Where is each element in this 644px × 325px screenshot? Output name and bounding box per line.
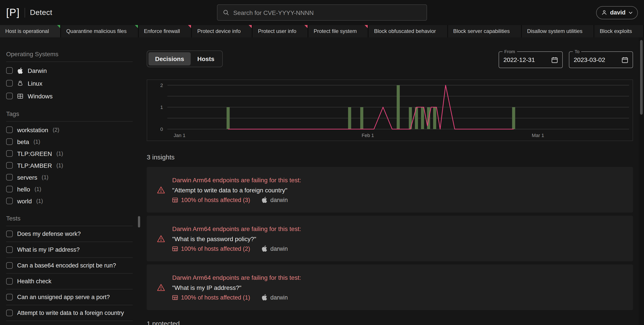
controls-row: Decisions Hosts From 2022-12-31 To 2023-… [147,50,633,68]
checkbox[interactable] [6,162,13,169]
test-item-what-is-my-ip-address[interactable]: What is my IP address? [6,242,133,258]
tab-disallow-system-utilities[interactable]: Disallow system utilities [522,25,594,37]
hosts-affected: 100% of hosts affected (2) [172,245,250,252]
tab-status-corner-red [249,25,252,28]
test-item-can-a-base64-encoded-script-be-run[interactable]: Can a base64 encoded script be run? [6,258,133,274]
insight-card[interactable]: Darwin Arm64 endpoints are failing for t… [147,264,633,310]
test-label: What is my IP address? [17,246,80,253]
tag-label: TLP:GREEN [17,150,52,157]
tab-label: Enforce firewall [144,28,180,34]
checkbox[interactable] [6,93,13,99]
checkbox[interactable] [6,294,13,300]
os-list: DarwinLinuxWindows [6,64,133,102]
svg-text:Jan 1: Jan 1 [174,133,186,138]
test-item-can-an-unsigned-app-serve-a-port[interactable]: Can an unsigned app serve a port? [6,290,133,305]
hosts-affected: 100% of hosts affected (1) [172,294,250,300]
tab-block-exploits[interactable]: Block exploits [594,25,644,37]
tag-item-hello[interactable]: hello(1) [6,183,133,195]
os-item-darwin[interactable]: Darwin [6,64,133,77]
svg-text:0: 0 [160,126,163,132]
tab-label: Block server capabilities [453,28,510,34]
tab-protect-file-system[interactable]: Protect file system [308,25,369,37]
brand-divider [24,8,25,17]
os-label: Darwin [28,67,47,74]
checkbox[interactable] [6,246,13,253]
tab-block-server-capabilities[interactable]: Block server capabilities [448,25,522,37]
tab-hosts[interactable]: Hosts [191,52,221,66]
tab-enforce-firewall[interactable]: Enforce firewall [138,25,192,37]
test-item-health-check[interactable]: Health check [6,274,133,290]
test-item-does-my-defense-work[interactable]: Does my defense work? [6,226,133,242]
search-input[interactable] [233,9,421,16]
tag-count: (1) [42,174,48,180]
checkbox[interactable] [6,310,13,316]
checkbox[interactable] [6,278,13,284]
tab-status-corner-green [57,25,60,28]
main-content: Decisions Hosts From 2022-12-31 To 2023-… [140,37,639,325]
hosts-grid-icon [172,246,178,252]
insight-card[interactable]: Darwin Arm64 endpoints are failing for t… [147,167,633,212]
os-item-linux[interactable]: Linux [6,77,133,90]
tab-decisions[interactable]: Decisions [148,52,191,66]
scrollbar-thumb[interactable] [640,40,643,115]
checkbox[interactable] [6,67,13,74]
tab-protect-device-info[interactable]: Protect device info [192,25,252,37]
tag-item-world[interactable]: world(1) [6,195,133,207]
tag-item-tlp-green[interactable]: TLP:GREEN(1) [6,148,133,160]
tag-count: (2) [53,127,60,133]
test-label: Attempt to write data to a foreign count… [17,310,124,316]
tab-host-is-operational[interactable]: Host is operational [0,25,61,37]
os-item-windows[interactable]: Windows [6,90,133,102]
apple-icon [262,246,268,252]
tab-protect-user-info[interactable]: Protect user info [252,25,308,37]
search-box[interactable] [217,4,427,21]
tab-label: Host is operational [5,28,49,34]
vertical-scrollbar[interactable] [639,37,644,325]
user-menu-button[interactable]: david [596,6,638,19]
os-label: Linux [28,80,42,87]
test-label: Does my defense work? [17,230,81,237]
insight-card[interactable]: Darwin Arm64 endpoints are failing for t… [147,216,633,261]
tests-section-title: Tests [6,215,133,222]
tag-item-workstation[interactable]: workstation(2) [6,124,133,136]
insight-meta: 100% of hosts affected (3)darwin [172,196,301,203]
test-item-attempt-to-write-data-to-a-foreign-country[interactable]: Attempt to write data to a foreign count… [6,305,133,321]
from-date-field[interactable]: From 2022-12-31 [498,52,563,68]
checkbox[interactable] [6,138,13,145]
from-label: From [502,49,517,54]
divider [6,121,133,122]
tab-block-obfuscated-behavior[interactable]: Block obfuscated behavior [369,25,448,37]
tag-item-tlp-amber[interactable]: TLP:AMBER(1) [6,160,133,171]
calendar-icon[interactable] [622,56,628,63]
insights-list: Darwin Arm64 endpoints are failing for t… [147,167,633,310]
calendar-icon[interactable] [551,56,558,63]
checkbox[interactable] [6,262,13,269]
tag-label: workstation [17,126,48,133]
insights-count: 3 insights [147,153,633,161]
checkbox[interactable] [6,186,13,192]
hosts-grid-icon [172,294,178,300]
tab-label: Protect user info [258,28,296,34]
checkbox[interactable] [6,150,13,157]
svg-text:1: 1 [160,104,163,110]
app-title: Detect [30,8,52,17]
tags-list: workstation(2)beta(1)TLP:GREEN(1)TLP:AMB… [6,124,133,207]
tag-label: hello [17,186,30,192]
checkbox[interactable] [6,230,13,237]
protected-count: 1 protected [147,320,633,325]
tag-item-servers[interactable]: servers(1) [6,171,133,183]
insight-message: Darwin Arm64 endpoints are failing for t… [172,225,301,232]
tab-quarantine-malicious-files[interactable]: Quarantine malicious files [61,25,139,37]
checkbox[interactable] [6,126,13,133]
insight-message: Darwin Arm64 endpoints are failing for t… [172,176,301,183]
to-date-field[interactable]: To 2023-03-02 [569,52,633,68]
tag-count: (1) [36,198,43,204]
view-toggle: Decisions Hosts [147,50,223,67]
top-tab-bar: Host is operationalQuarantine malicious … [0,25,644,37]
tags-section-title: Tags [6,110,133,117]
tag-item-beta[interactable]: beta(1) [6,136,133,148]
checkbox[interactable] [6,174,13,180]
checkbox[interactable] [6,198,13,204]
insight-test-name: "What is the password policy?" [172,235,301,242]
checkbox[interactable] [6,80,13,86]
